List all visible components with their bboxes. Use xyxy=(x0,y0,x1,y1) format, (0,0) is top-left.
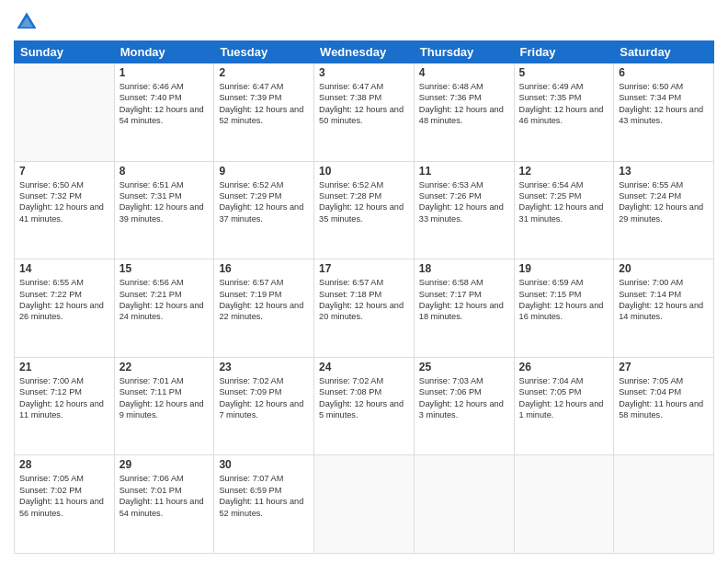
calendar: SundayMondayTuesdayWednesdayThursdayFrid… xyxy=(14,40,714,554)
calendar-cell: 19Sunrise: 6:59 AMSunset: 7:15 PMDayligh… xyxy=(514,259,614,358)
day-info: Sunrise: 7:00 AMSunset: 7:12 PMDaylight:… xyxy=(19,375,109,421)
day-number: 13 xyxy=(619,165,709,178)
day-number: 6 xyxy=(619,66,709,79)
header-thursday: Thursday xyxy=(414,41,514,63)
day-info: Sunrise: 7:05 AMSunset: 7:02 PMDaylight:… xyxy=(19,473,109,519)
day-number: 16 xyxy=(219,262,309,275)
week-row-4: 28Sunrise: 7:05 AMSunset: 7:02 PMDayligh… xyxy=(15,455,714,554)
day-info: Sunrise: 7:02 AMSunset: 7:09 PMDaylight:… xyxy=(219,375,309,421)
calendar-cell: 27Sunrise: 7:05 AMSunset: 7:04 PMDayligh… xyxy=(614,357,714,455)
calendar-cell: 25Sunrise: 7:03 AMSunset: 7:06 PMDayligh… xyxy=(414,357,514,455)
day-number: 30 xyxy=(219,458,309,471)
header-friday: Friday xyxy=(514,41,614,63)
header-monday: Monday xyxy=(114,41,214,63)
page: SundayMondayTuesdayWednesdayThursdayFrid… xyxy=(0,0,728,563)
day-number: 17 xyxy=(319,262,409,275)
calendar-cell: 1Sunrise: 6:46 AMSunset: 7:40 PMDaylight… xyxy=(114,63,214,162)
calendar-cell: 16Sunrise: 6:57 AMSunset: 7:19 PMDayligh… xyxy=(214,259,314,358)
calendar-cell: 24Sunrise: 7:02 AMSunset: 7:08 PMDayligh… xyxy=(314,357,415,455)
day-info: Sunrise: 6:52 AMSunset: 7:29 PMDaylight:… xyxy=(219,179,309,225)
day-info: Sunrise: 6:55 AMSunset: 7:22 PMDaylight:… xyxy=(19,277,109,323)
calendar-cell: 22Sunrise: 7:01 AMSunset: 7:11 PMDayligh… xyxy=(114,357,214,455)
calendar-cell: 5Sunrise: 6:49 AMSunset: 7:35 PMDaylight… xyxy=(514,63,614,162)
day-number: 12 xyxy=(519,165,609,178)
day-number: 24 xyxy=(319,361,409,373)
day-number: 4 xyxy=(419,66,509,79)
calendar-cell: 9Sunrise: 6:52 AMSunset: 7:29 PMDaylight… xyxy=(214,161,314,259)
calendar-cell: 4Sunrise: 6:48 AMSunset: 7:36 PMDaylight… xyxy=(414,63,514,162)
calendar-cell: 28Sunrise: 7:05 AMSunset: 7:02 PMDayligh… xyxy=(15,455,115,554)
week-row-1: 7Sunrise: 6:50 AMSunset: 7:32 PMDaylight… xyxy=(15,161,714,259)
calendar-cell xyxy=(314,455,415,554)
calendar-cell: 23Sunrise: 7:02 AMSunset: 7:09 PMDayligh… xyxy=(214,357,314,455)
calendar-cell xyxy=(414,455,514,554)
week-row-2: 14Sunrise: 6:55 AMSunset: 7:22 PMDayligh… xyxy=(15,259,714,358)
calendar-cell: 8Sunrise: 6:51 AMSunset: 7:31 PMDaylight… xyxy=(114,161,214,259)
day-info: Sunrise: 7:04 AMSunset: 7:05 PMDaylight:… xyxy=(519,375,609,421)
day-number: 23 xyxy=(219,361,309,373)
day-number: 3 xyxy=(319,66,409,79)
calendar-cell: 30Sunrise: 7:07 AMSunset: 6:59 PMDayligh… xyxy=(214,455,314,554)
day-info: Sunrise: 6:51 AMSunset: 7:31 PMDaylight:… xyxy=(119,179,210,225)
day-number: 2 xyxy=(219,66,309,79)
day-info: Sunrise: 6:57 AMSunset: 7:19 PMDaylight:… xyxy=(219,277,309,323)
day-info: Sunrise: 6:48 AMSunset: 7:36 PMDaylight:… xyxy=(419,81,509,127)
day-info: Sunrise: 6:47 AMSunset: 7:39 PMDaylight:… xyxy=(219,81,309,127)
day-info: Sunrise: 6:57 AMSunset: 7:18 PMDaylight:… xyxy=(319,277,409,323)
calendar-cell: 21Sunrise: 7:00 AMSunset: 7:12 PMDayligh… xyxy=(15,357,115,455)
day-number: 26 xyxy=(519,361,609,373)
day-number: 21 xyxy=(19,361,109,373)
day-number: 1 xyxy=(119,66,210,79)
day-number: 20 xyxy=(619,262,709,275)
day-info: Sunrise: 6:52 AMSunset: 7:28 PMDaylight:… xyxy=(319,179,409,225)
day-info: Sunrise: 6:46 AMSunset: 7:40 PMDaylight:… xyxy=(119,81,210,127)
day-info: Sunrise: 6:59 AMSunset: 7:15 PMDaylight:… xyxy=(519,277,609,323)
calendar-cell: 7Sunrise: 6:50 AMSunset: 7:32 PMDaylight… xyxy=(15,161,115,259)
day-number: 19 xyxy=(519,262,609,275)
header-tuesday: Tuesday xyxy=(214,41,314,63)
day-info: Sunrise: 7:03 AMSunset: 7:06 PMDaylight:… xyxy=(419,375,509,421)
calendar-cell: 18Sunrise: 6:58 AMSunset: 7:17 PMDayligh… xyxy=(414,259,514,358)
day-info: Sunrise: 6:50 AMSunset: 7:34 PMDaylight:… xyxy=(619,81,709,127)
day-info: Sunrise: 7:06 AMSunset: 7:01 PMDaylight:… xyxy=(119,473,210,519)
calendar-cell xyxy=(614,455,714,554)
day-number: 25 xyxy=(419,361,509,373)
day-number: 29 xyxy=(119,458,210,471)
day-number: 5 xyxy=(519,66,609,79)
calendar-cell: 20Sunrise: 7:00 AMSunset: 7:14 PMDayligh… xyxy=(614,259,714,358)
logo-icon xyxy=(14,9,40,35)
day-info: Sunrise: 6:49 AMSunset: 7:35 PMDaylight:… xyxy=(519,81,609,127)
day-info: Sunrise: 6:47 AMSunset: 7:38 PMDaylight:… xyxy=(319,81,409,127)
day-number: 11 xyxy=(419,165,509,178)
week-row-3: 21Sunrise: 7:00 AMSunset: 7:12 PMDayligh… xyxy=(15,357,714,455)
calendar-cell: 14Sunrise: 6:55 AMSunset: 7:22 PMDayligh… xyxy=(15,259,115,358)
day-info: Sunrise: 7:02 AMSunset: 7:08 PMDaylight:… xyxy=(319,375,409,421)
day-number: 15 xyxy=(119,262,210,275)
day-info: Sunrise: 6:50 AMSunset: 7:32 PMDaylight:… xyxy=(19,179,109,225)
calendar-cell: 29Sunrise: 7:06 AMSunset: 7:01 PMDayligh… xyxy=(114,455,214,554)
calendar-cell: 3Sunrise: 6:47 AMSunset: 7:38 PMDaylight… xyxy=(314,63,415,162)
calendar-cell xyxy=(15,63,115,162)
week-row-0: 1Sunrise: 6:46 AMSunset: 7:40 PMDaylight… xyxy=(15,63,714,162)
calendar-cell: 11Sunrise: 6:53 AMSunset: 7:26 PMDayligh… xyxy=(414,161,514,259)
day-info: Sunrise: 6:54 AMSunset: 7:25 PMDaylight:… xyxy=(519,179,609,225)
calendar-header-row: SundayMondayTuesdayWednesdayThursdayFrid… xyxy=(15,41,714,63)
logo xyxy=(14,9,43,35)
calendar-cell: 26Sunrise: 7:04 AMSunset: 7:05 PMDayligh… xyxy=(514,357,614,455)
calendar-cell: 17Sunrise: 6:57 AMSunset: 7:18 PMDayligh… xyxy=(314,259,415,358)
day-number: 22 xyxy=(119,361,210,373)
day-info: Sunrise: 7:01 AMSunset: 7:11 PMDaylight:… xyxy=(119,375,210,421)
day-number: 7 xyxy=(19,165,109,178)
calendar-cell: 13Sunrise: 6:55 AMSunset: 7:24 PMDayligh… xyxy=(614,161,714,259)
header-wednesday: Wednesday xyxy=(314,41,415,63)
day-number: 28 xyxy=(19,458,109,471)
day-info: Sunrise: 7:07 AMSunset: 6:59 PMDaylight:… xyxy=(219,473,309,519)
day-number: 14 xyxy=(19,262,109,275)
day-number: 9 xyxy=(219,165,309,178)
calendar-cell xyxy=(514,455,614,554)
day-number: 8 xyxy=(119,165,210,178)
day-info: Sunrise: 6:55 AMSunset: 7:24 PMDaylight:… xyxy=(619,179,709,225)
header-sunday: Sunday xyxy=(15,41,115,63)
calendar-cell: 6Sunrise: 6:50 AMSunset: 7:34 PMDaylight… xyxy=(614,63,714,162)
day-info: Sunrise: 6:56 AMSunset: 7:21 PMDaylight:… xyxy=(119,277,210,323)
